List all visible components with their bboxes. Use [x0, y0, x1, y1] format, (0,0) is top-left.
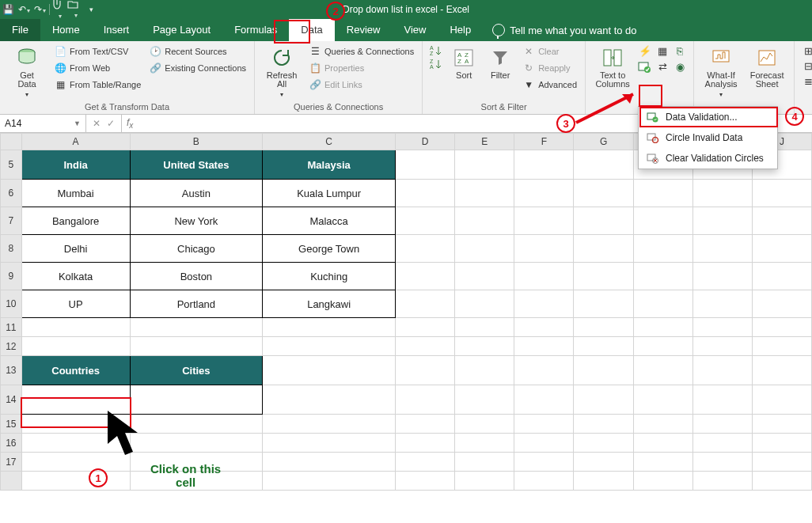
cell-C10[interactable]: Langkawi	[263, 290, 396, 318]
cell-G16[interactable]	[574, 434, 633, 453]
row-header-14[interactable]: 14	[1, 385, 22, 415]
cell-J14[interactable]	[752, 385, 811, 415]
row-header-9[interactable]: 9	[1, 263, 22, 290]
cell-C13[interactable]	[263, 356, 396, 385]
get-data-button[interactable]: Get Data ▾	[6, 44, 47, 99]
cell-I12[interactable]	[692, 337, 752, 356]
cell-B12[interactable]	[130, 337, 263, 356]
row-header-17[interactable]: 17	[1, 453, 22, 472]
cell-B15[interactable]	[130, 415, 263, 434]
row-header-7[interactable]: 7	[1, 207, 22, 235]
cell-E7[interactable]	[455, 207, 514, 235]
cell-I14[interactable]	[692, 385, 752, 415]
cell-F12[interactable]	[514, 337, 574, 356]
data-validation-icon[interactable]	[638, 60, 652, 73]
cell-B18[interactable]	[130, 472, 263, 491]
cell-A18[interactable]	[21, 472, 130, 491]
tab-formulas[interactable]: Formulas	[222, 19, 289, 41]
fx-icon[interactable]: fx	[122, 117, 138, 130]
cell-D17[interactable]	[396, 453, 455, 472]
open-icon[interactable]	[67, 0, 83, 20]
clear-filter-button[interactable]: ✕Clear	[521, 44, 579, 59]
col-header-E[interactable]: E	[455, 134, 514, 150]
row-header-15[interactable]: 15	[1, 415, 22, 434]
cell-B11[interactable]	[130, 318, 263, 337]
clear-circles-item[interactable]: Clear Validation Circles	[639, 148, 777, 169]
data-model-icon[interactable]: ◉	[673, 60, 687, 73]
cell-F14[interactable]	[514, 385, 574, 415]
tab-home[interactable]: Home	[40, 19, 92, 41]
cell-C6[interactable]: Kuala Lumpur	[263, 180, 396, 207]
col-header-G[interactable]: G	[574, 134, 633, 150]
cell-E14[interactable]	[455, 385, 514, 415]
cell-H14[interactable]	[633, 385, 692, 415]
cell-G7[interactable]	[574, 207, 633, 235]
cell-D12[interactable]	[396, 337, 455, 356]
cell-I13[interactable]	[692, 356, 752, 385]
cell-F9[interactable]	[514, 263, 574, 290]
tab-help[interactable]: Help	[438, 19, 483, 41]
cell-G8[interactable]	[574, 235, 633, 263]
cell-D13[interactable]	[396, 356, 455, 385]
cell-A5[interactable]: India	[21, 150, 130, 180]
cell-F18[interactable]	[514, 472, 574, 491]
flash-fill-icon[interactable]: ⚡	[638, 44, 652, 57]
cell-H9[interactable]	[633, 263, 692, 290]
cell-E17[interactable]	[455, 453, 514, 472]
existing-connections-button[interactable]: 🔗Existing Connections	[147, 61, 248, 75]
cell-B16[interactable]	[130, 434, 263, 453]
cell-I18[interactable]	[692, 472, 752, 491]
cell-G5[interactable]	[574, 150, 633, 180]
cell-E11[interactable]	[455, 318, 514, 337]
tab-data[interactable]: Data	[289, 19, 334, 41]
cell-J9[interactable]	[752, 263, 811, 290]
cell-J10[interactable]	[752, 290, 811, 318]
cell-B7[interactable]: New York	[130, 207, 263, 235]
filter-button[interactable]: Filter	[484, 44, 516, 80]
cell-F16[interactable]	[514, 434, 574, 453]
cell-C18[interactable]	[263, 472, 396, 491]
cell-B8[interactable]: Chicago	[130, 235, 263, 263]
cancel-formula-icon[interactable]: ✕	[93, 118, 101, 129]
cell-H15[interactable]	[633, 415, 692, 434]
cell-B13[interactable]: Cities	[130, 356, 263, 385]
cell-E13[interactable]	[455, 356, 514, 385]
cell-H6[interactable]	[633, 180, 692, 207]
cell-H12[interactable]	[633, 337, 692, 356]
cell-B10[interactable]: Portland	[130, 290, 263, 318]
cell-C12[interactable]	[263, 337, 396, 356]
sort-asc-icon[interactable]: AZ	[429, 44, 443, 57]
ungroup-icon[interactable]: ⊟	[801, 59, 812, 72]
row-header-11[interactable]: 11	[1, 318, 22, 337]
cell-J17[interactable]	[752, 453, 811, 472]
col-header-D[interactable]: D	[396, 134, 455, 150]
cell-H8[interactable]	[633, 235, 692, 263]
tab-page-layout[interactable]: Page Layout	[141, 19, 222, 41]
col-header-B[interactable]: B	[130, 134, 263, 150]
cell-B9[interactable]: Boston	[130, 263, 263, 290]
cell-D7[interactable]	[396, 207, 455, 235]
cell-F17[interactable]	[514, 453, 574, 472]
qat-customize-icon[interactable]: ▾	[83, 6, 99, 13]
cell-A8[interactable]: Delhi	[21, 235, 130, 263]
touch-mode-icon[interactable]	[51, 0, 67, 21]
cell-G17[interactable]	[574, 453, 633, 472]
cell-C17[interactable]	[263, 453, 396, 472]
cell-J8[interactable]	[752, 235, 811, 263]
cell-A11[interactable]	[21, 318, 130, 337]
cell-G12[interactable]	[574, 337, 633, 356]
cell-J11[interactable]	[752, 318, 811, 337]
cell-J7[interactable]	[752, 207, 811, 235]
cell-E10[interactable]	[455, 290, 514, 318]
col-header-C[interactable]: C	[263, 134, 396, 150]
cell-H16[interactable]	[633, 434, 692, 453]
cell-A15[interactable]	[21, 415, 130, 434]
cell-I6[interactable]	[692, 180, 752, 207]
cell-I15[interactable]	[692, 415, 752, 434]
cell-D5[interactable]	[396, 150, 455, 180]
tab-view[interactable]: View	[392, 19, 438, 41]
cell-C8[interactable]: George Town	[263, 235, 396, 263]
cell-I10[interactable]	[692, 290, 752, 318]
cell-B6[interactable]: Austin	[130, 180, 263, 207]
cell-E8[interactable]	[455, 235, 514, 263]
